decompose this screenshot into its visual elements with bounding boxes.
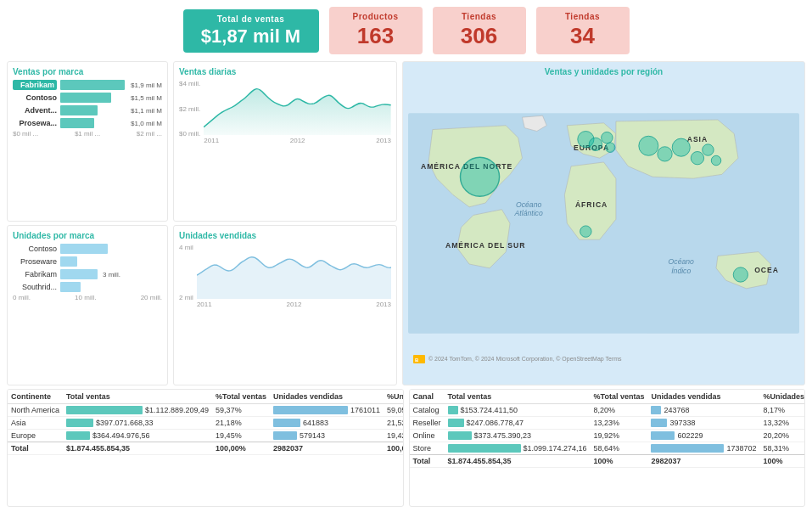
ventas-axis-label: $1 mil ... bbox=[75, 130, 100, 138]
ventas-marca-title: Ventas por marca bbox=[13, 67, 162, 76]
unidades-axis-label: 20 mill. bbox=[141, 294, 162, 301]
unit-bar bbox=[60, 244, 108, 254]
cell-pct-v: 19,45% bbox=[212, 430, 270, 442]
cell-pct-u: 21,52% bbox=[384, 417, 403, 430]
canal-table: Canal Total ventas %Total ventas Unidade… bbox=[409, 389, 806, 507]
svg-point-6 bbox=[605, 143, 615, 153]
canal-unid-bar bbox=[651, 431, 675, 440]
u-y-top: 4 mil bbox=[179, 244, 193, 251]
ventas-val: $1.112.889.209,49 bbox=[145, 406, 209, 414]
svg-point-4 bbox=[589, 138, 602, 150]
cell-cont: North America bbox=[8, 404, 63, 417]
bubble-oceania bbox=[733, 267, 748, 282]
left-charts: Ventas por marca Fabrikam$1,9 mil MConto… bbox=[7, 61, 397, 385]
unit-bar-row: Proseware bbox=[13, 256, 162, 267]
table-row: Asia $397.071.668,33 21,18% 641883 21,52… bbox=[8, 417, 404, 430]
continent-table: Continente Total ventas %Total ventas Un… bbox=[7, 389, 404, 507]
y-axis-mid: $2 mill. bbox=[179, 105, 200, 113]
canal-total-label: Total bbox=[410, 455, 445, 468]
cell-canal: Catalog bbox=[410, 404, 445, 417]
svg-text:Océano: Océano bbox=[669, 257, 694, 266]
canal-unid-val: 397338 bbox=[669, 419, 695, 427]
ventas-diarias-xaxis: 201120122013 bbox=[204, 137, 391, 144]
kpi-tiendas1-label: Tiendas bbox=[446, 12, 512, 21]
dashboard: Total de ventas $1,87 mil M Productos 16… bbox=[0, 0, 812, 512]
cell-canal-ventas: $373.475.390,23 bbox=[445, 430, 591, 442]
kpi-productos-value: 163 bbox=[343, 23, 409, 49]
unid-val: 1761011 bbox=[350, 406, 380, 414]
canal-unid-bar bbox=[651, 406, 661, 414]
cell-canal: Online bbox=[410, 430, 445, 442]
cell-canal: Reseller bbox=[410, 417, 445, 430]
world-map-svg: Océano Atlántico Océano Índico AMÉRICA D… bbox=[408, 80, 799, 367]
unit-bar-row: Fabrikam3 mill. bbox=[13, 269, 162, 279]
map-area: Océano Atlántico Océano Índico AMÉRICA D… bbox=[408, 80, 799, 367]
col-total-ventas: Total ventas bbox=[63, 390, 212, 404]
canal-total-row: Total $1.874.455.854,35 100% 2982037 100… bbox=[410, 455, 806, 468]
total-pct-u: 100,00% bbox=[384, 442, 403, 455]
cell-pct-v: 21,18% bbox=[212, 417, 270, 430]
u-y-mid: 2 mil bbox=[179, 294, 193, 301]
unidades-vendidas-chart: Unidades vendidas 4 mil 2 mil bbox=[173, 225, 397, 385]
unit-name: Fabrikam bbox=[13, 270, 57, 279]
unidades-marca-title: Unidades por marca bbox=[13, 231, 162, 240]
ventas-val: $364.494.976,56 bbox=[92, 431, 150, 440]
canal-unid-bar bbox=[651, 419, 667, 427]
brand-bar bbox=[60, 93, 111, 103]
cell-ventas: $364.494.976,56 bbox=[63, 430, 212, 442]
brand-value: $1,1 mil M bbox=[131, 107, 162, 115]
table-row: Europe $364.494.976,56 19,45% 579143 19,… bbox=[8, 430, 404, 442]
bubble-africa bbox=[580, 226, 591, 237]
cell-canal: Store bbox=[410, 442, 445, 455]
ventas-axis-label: $0 mil ... bbox=[13, 130, 38, 138]
middle-row: Ventas por marca Fabrikam$1,9 mil MConto… bbox=[0, 61, 812, 389]
total-pct-v: 100,00% bbox=[212, 442, 270, 455]
unid-val: 641883 bbox=[303, 419, 328, 427]
ventas-marca-chart: Ventas por marca Fabrikam$1,9 mil MConto… bbox=[7, 61, 168, 222]
svg-point-9 bbox=[691, 151, 703, 164]
canal-ventas-bar bbox=[448, 431, 472, 440]
cell-canal-pct: 19,92% bbox=[591, 430, 648, 442]
kpi-tiendas2-value: 34 bbox=[550, 23, 616, 49]
cell-cont: Asia bbox=[8, 417, 63, 430]
ventas-diarias-chart: Ventas diarias $4 mill. $2 mill. $0 mill… bbox=[173, 61, 397, 222]
unidades-marca-axis: 0 mill.10 mill.20 mill. bbox=[13, 294, 162, 301]
brand-bar-wrap bbox=[60, 105, 125, 115]
cell-canal-pct-u: 20,20% bbox=[760, 430, 806, 442]
brand-bar-wrap bbox=[60, 80, 125, 90]
canal-ventas-bar bbox=[448, 406, 458, 414]
col-pct-ventas: %Total ventas bbox=[212, 390, 270, 404]
kpi-total-value: $1,87 mil M bbox=[197, 25, 305, 48]
canal-total-ventas: $1.874.455.854,35 bbox=[445, 455, 591, 468]
canal-total-pct: 100% bbox=[591, 455, 648, 468]
kpi-productos-label: Productos bbox=[343, 12, 409, 21]
unidades-axis-label: 0 mill. bbox=[13, 294, 31, 301]
svg-text:B: B bbox=[415, 357, 419, 363]
brand-bar-wrap bbox=[60, 93, 125, 103]
unit-bar-row: Southrid... bbox=[13, 282, 162, 292]
ventas-diarias-svg bbox=[204, 80, 391, 135]
ventas-diarias-title: Ventas diarias bbox=[179, 67, 391, 76]
brand-value: $1,5 mil M bbox=[131, 94, 162, 102]
y-axis-bot: $0 mill. bbox=[179, 130, 200, 138]
canal-ventas-val: $153.724.411,50 bbox=[461, 406, 518, 414]
ventas-val: $397.071.668,33 bbox=[96, 419, 154, 427]
brand-bar bbox=[60, 105, 98, 115]
canal-ventas-bar bbox=[448, 419, 464, 427]
canal-ventas-val: $1.099.174.274,16 bbox=[524, 444, 587, 453]
table-row: Catalog $153.724.411,50 8,20% 243768 8,1… bbox=[410, 404, 806, 417]
map-title: Ventas y unidades por región bbox=[408, 67, 799, 76]
unidades-vendidas-svg bbox=[197, 244, 391, 299]
col-canal-pct: %Total ventas bbox=[591, 390, 648, 404]
canal-ventas-val: $247.086.778,47 bbox=[467, 419, 524, 427]
canal-ventas-val: $373.475.390,23 bbox=[474, 431, 532, 440]
kpi-row: Total de ventas $1,87 mil M Productos 16… bbox=[0, 0, 812, 61]
unit-bar-row: Contoso bbox=[13, 244, 162, 254]
kpi-productos: Productos 163 bbox=[329, 7, 423, 54]
ventas-bar bbox=[66, 406, 143, 414]
canal-unid-val: 1738702 bbox=[726, 444, 756, 453]
cell-unid: 1761011 bbox=[270, 404, 384, 417]
unit-name: Proseware bbox=[13, 257, 57, 266]
kpi-total-ventas: Total de ventas $1,87 mil M bbox=[183, 9, 319, 53]
col-pct-unid: %Unidades vendidas bbox=[384, 390, 403, 404]
